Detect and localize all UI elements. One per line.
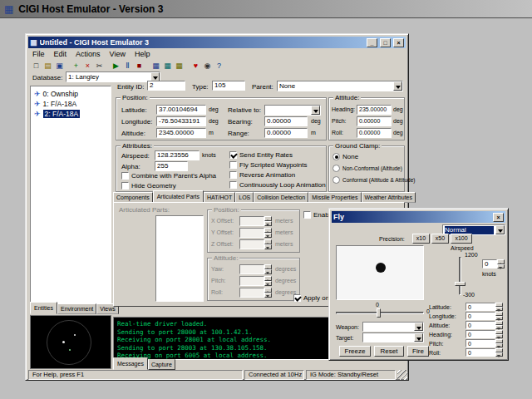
- checkbox-continuously-loop-animation[interactable]: Continuously Loop Animation: [229, 181, 326, 189]
- spinner-down-icon[interactable]: [497, 264, 505, 269]
- part-roll-field[interactable]: [239, 288, 264, 298]
- spinner-down-icon[interactable]: [495, 307, 503, 311]
- fly-heading-field[interactable]: 0: [466, 330, 495, 338]
- add-entity-icon[interactable]: +: [71, 60, 81, 71]
- new-document-icon[interactable]: □: [31, 60, 42, 71]
- spinner-down-icon[interactable]: [264, 269, 272, 274]
- precision-x50-button[interactable]: x50: [431, 234, 449, 244]
- fly-roll-field[interactable]: 0: [466, 348, 495, 357]
- dropdown-arrow-icon[interactable]: [393, 81, 402, 91]
- menu-view[interactable]: View: [110, 50, 126, 58]
- airspeed-field[interactable]: 128.23556: [155, 150, 200, 160]
- radio-conformal[interactable]: Conformal (Altitude & Attitude): [332, 176, 415, 184]
- pitch-field[interactable]: 0.00000: [357, 116, 392, 126]
- z-offset-field[interactable]: [239, 239, 264, 249]
- snapshot-icon[interactable]: ◉: [202, 60, 213, 71]
- fire-button[interactable]: Fire: [407, 346, 429, 357]
- tree-item-ownship[interactable]: ✈ 0: Ownship: [32, 89, 109, 99]
- open-folder-icon[interactable]: ▤: [42, 60, 53, 71]
- spinner-down-icon[interactable]: [264, 233, 272, 238]
- spinner-down-icon[interactable]: [495, 343, 503, 347]
- checkbox-fly-scripted-waypoints[interactable]: Fly Scripted Waypoints: [229, 161, 308, 169]
- y-offset-field[interactable]: [239, 228, 264, 238]
- fly-altitude-spinner[interactable]: [495, 321, 503, 329]
- alpha-field[interactable]: 255: [155, 161, 188, 171]
- views-view-icon[interactable]: ▦: [174, 60, 185, 71]
- freeze-button[interactable]: Freeze: [339, 346, 371, 357]
- heading-field[interactable]: 235.00000: [357, 105, 392, 115]
- menu-help[interactable]: Help: [135, 50, 150, 58]
- fly-latitude-field[interactable]: 0: [466, 303, 495, 311]
- run-icon[interactable]: ▶: [111, 60, 121, 71]
- database-dropdown[interactable]: 1: Langley: [66, 71, 160, 82]
- pause-icon[interactable]: Ⅱ: [122, 60, 133, 71]
- help-icon[interactable]: ?: [214, 60, 224, 71]
- dropdown-arrow-icon[interactable]: [414, 333, 423, 342]
- entity-id-field[interactable]: 2: [147, 81, 185, 91]
- weapon-dropdown[interactable]: [362, 322, 424, 332]
- airspeed-slider-track[interactable]: [459, 257, 461, 295]
- resize-grip[interactable]: [397, 370, 407, 380]
- fly-latitude-spinner[interactable]: [495, 303, 503, 311]
- target-dropdown[interactable]: [362, 332, 424, 342]
- parent-dropdown[interactable]: None: [277, 81, 403, 91]
- entity-tree[interactable]: ✈ 0: Ownship ✈ 1: F/A-18A ✈ 2: F/A-18A: [30, 86, 111, 303]
- latitude-field[interactable]: 37.00104694: [156, 105, 206, 115]
- spinner-down-icon[interactable]: [495, 334, 503, 338]
- articulated-parts-listbox[interactable]: [155, 215, 204, 302]
- fly-pitch-spinner[interactable]: [495, 339, 503, 347]
- checkbox-apply-on[interactable]: Apply on: [293, 294, 329, 302]
- spinner-down-icon[interactable]: [495, 316, 503, 320]
- bearing-field[interactable]: 0.00000: [264, 116, 308, 126]
- checkbox-hide-geometry[interactable]: Hide Geometry: [121, 182, 176, 190]
- spinner-down-icon[interactable]: [495, 352, 503, 357]
- dropdown-arrow-icon[interactable]: [414, 323, 423, 331]
- yaw-field[interactable]: [239, 264, 264, 274]
- fly-pitch-field[interactable]: 0: [466, 339, 495, 347]
- environment-view-icon[interactable]: ▦: [162, 60, 173, 71]
- part-pitch-spinner[interactable]: [264, 276, 272, 286]
- menu-actions[interactable]: Actions: [76, 50, 101, 58]
- precision-x100-button[interactable]: x100: [451, 234, 472, 244]
- relative-to-dropdown[interactable]: [264, 105, 321, 116]
- fly-roll-spinner[interactable]: [495, 348, 503, 357]
- favorites-icon[interactable]: ♥: [190, 60, 201, 71]
- reset-button[interactable]: Reset: [374, 346, 404, 357]
- checkbox-reverse-animation[interactable]: Reverse Animation: [229, 171, 295, 179]
- entities-view-icon[interactable]: ▦: [150, 60, 161, 71]
- tab-articulated-parts[interactable]: Articulated Parts: [153, 190, 204, 203]
- tab-entities[interactable]: Entities: [30, 302, 57, 314]
- part-roll-spinner[interactable]: [264, 288, 272, 298]
- stop-icon[interactable]: ■: [134, 60, 145, 71]
- menu-edit[interactable]: Edit: [54, 50, 67, 58]
- tree-item-fa18-2[interactable]: ✈ 2: F/A-18A: [32, 109, 109, 119]
- minimize-button[interactable]: _: [367, 38, 377, 47]
- entity-type-field[interactable]: 105: [212, 81, 245, 91]
- joystick-pad[interactable]: [336, 245, 424, 300]
- fly-close-button[interactable]: ×: [493, 213, 504, 222]
- fly-longitude-spinner[interactable]: [495, 312, 503, 320]
- fly-longitude-field[interactable]: 0: [466, 312, 495, 320]
- spinner-down-icon[interactable]: [264, 293, 272, 298]
- desktop-titlebar[interactable]: ▦ CIGI Host Emulator - Version 3: [0, 0, 532, 18]
- airspeed-slider-handle[interactable]: [455, 282, 466, 286]
- x-offset-field[interactable]: [239, 216, 264, 226]
- z-offset-spinner[interactable]: [264, 239, 272, 249]
- delete-entity-icon[interactable]: ×: [82, 60, 93, 71]
- precision-x10-button[interactable]: x10: [412, 234, 430, 244]
- radio-ground-clamp-none[interactable]: None: [332, 153, 358, 160]
- yaw-spinner[interactable]: [264, 264, 272, 274]
- airspeed-spinner[interactable]: [497, 259, 505, 268]
- cut-icon[interactable]: ✂: [94, 60, 105, 71]
- spinner-down-icon[interactable]: [264, 281, 272, 286]
- tab-environment[interactable]: Environment: [57, 303, 96, 314]
- checkbox-send-entity-rates[interactable]: Send Entity Rates: [229, 151, 293, 159]
- tab-messages[interactable]: Messages: [113, 357, 148, 370]
- close-button[interactable]: ×: [393, 38, 404, 47]
- joystick-dot[interactable]: [376, 263, 386, 273]
- airspeed-value-field[interactable]: 0: [482, 259, 497, 268]
- fly-heading-spinner[interactable]: [495, 330, 503, 338]
- save-icon[interactable]: ▣: [54, 60, 65, 71]
- longitude-field[interactable]: -76.50433191: [156, 116, 206, 126]
- dropdown-arrow-icon[interactable]: [311, 106, 320, 115]
